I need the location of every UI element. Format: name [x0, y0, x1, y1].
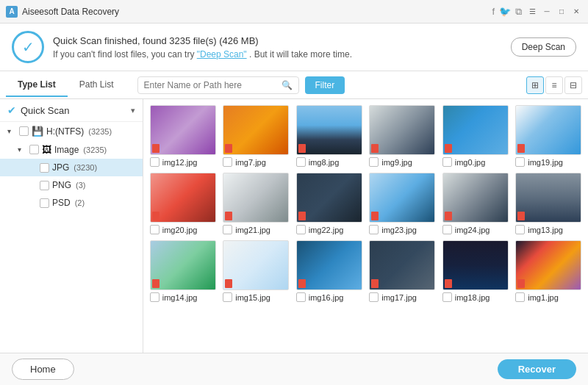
jpg-checkbox[interactable] [40, 163, 49, 173]
file-checkbox[interactable] [515, 292, 525, 302]
file-item[interactable]: img8.jpg [295, 105, 363, 167]
image-label: Image [54, 145, 79, 155]
file-item[interactable]: img12.jpg [149, 105, 217, 167]
file-name: img18.jpg [455, 293, 509, 302]
file-check-row: img19.jpg [515, 157, 581, 167]
psd-label: PSD [52, 198, 71, 208]
file-check-row: img16.jpg [296, 292, 362, 302]
file-checkbox[interactable] [369, 292, 379, 302]
content-area: ✔ Quick Scan ▾ ▾ 💾 H:(NTFS) (3235) ▾ 🖼 I… [0, 99, 588, 353]
close-button[interactable]: ✕ [570, 6, 582, 18]
app-title: Aiseesoft Data Recovery [22, 7, 487, 17]
view-detail-button[interactable]: ⊟ [564, 76, 582, 94]
file-name: img24.jpg [455, 226, 509, 234]
file-item[interactable]: img16.jpg [295, 240, 363, 302]
file-check-row: img8.jpg [296, 157, 362, 167]
png-checkbox[interactable] [40, 181, 49, 190]
tab-type-list[interactable]: Type List [6, 73, 68, 97]
file-thumbnail [296, 173, 362, 223]
file-checkbox[interactable] [150, 225, 159, 234]
file-type-badge [517, 144, 525, 153]
file-item[interactable]: img23.jpg [369, 173, 437, 234]
file-item[interactable]: img19.jpg [515, 105, 583, 167]
file-item[interactable]: img9.jpg [369, 105, 437, 167]
file-name: img19.jpg [528, 158, 581, 167]
file-item[interactable]: img24.jpg [442, 173, 509, 234]
file-check-row: img17.jpg [369, 292, 435, 302]
file-check-row: img22.jpg [296, 225, 362, 234]
filter-button[interactable]: Filter [305, 76, 345, 94]
file-item[interactable]: img18.jpg [442, 240, 509, 302]
file-type-badge [298, 279, 306, 288]
file-item[interactable]: img0.jpg [442, 105, 509, 167]
facebook-icon[interactable]: f [492, 6, 495, 18]
sidebar-item-jpg[interactable]: ▾ JPG (3230) [0, 159, 143, 176]
file-checkbox[interactable] [296, 157, 306, 167]
file-item[interactable]: img21.jpg [223, 173, 290, 234]
file-checkbox[interactable] [369, 157, 379, 167]
sidebar-item-image[interactable]: ▾ 🖼 Image (3235) [0, 140, 143, 159]
file-name: img21.jpg [235, 226, 289, 234]
minimize-button[interactable]: ─ [541, 6, 553, 18]
file-name: img12.jpg [162, 158, 216, 167]
file-checkbox[interactable] [223, 292, 232, 302]
sidebar-item-png[interactable]: ▾ PNG (3) [0, 176, 143, 194]
file-checkbox[interactable] [223, 157, 232, 167]
tab-path-list[interactable]: Path List [68, 73, 126, 97]
menu-icon[interactable]: ☰ [526, 6, 538, 18]
file-thumbnail [223, 173, 289, 223]
file-item[interactable]: img15.jpg [223, 240, 290, 302]
sidebar-item-hntfs[interactable]: ▾ 💾 H:(NTFS) (3235) [0, 122, 143, 140]
view-grid-button[interactable]: ⊞ [526, 76, 544, 94]
file-checkbox[interactable] [442, 157, 452, 167]
file-checkbox[interactable] [515, 157, 525, 167]
file-item[interactable]: img14.jpg [149, 240, 217, 302]
quick-scan-item[interactable]: ✔ Quick Scan ▾ [0, 99, 143, 122]
file-checkbox[interactable] [442, 225, 452, 234]
deep-scan-link[interactable]: "Deep Scan" [197, 49, 247, 60]
file-checkbox[interactable] [442, 292, 452, 302]
sidebar-item-psd[interactable]: ▾ PSD (2) [0, 194, 143, 212]
file-item[interactable]: img7.jpg [223, 105, 290, 167]
deep-scan-button[interactable]: Deep Scan [511, 37, 576, 57]
file-type-badge [445, 144, 452, 153]
recover-button[interactable]: Recover [498, 359, 576, 379]
file-checkbox[interactable] [369, 225, 379, 234]
file-type-badge [298, 212, 306, 220]
bottom-bar: Home Recover [0, 353, 588, 385]
file-thumbnail [223, 105, 289, 155]
header-text: Quick Scan finished, found 3235 file(s) … [53, 35, 352, 60]
file-item[interactable]: img13.jpg [515, 173, 583, 234]
search-input[interactable] [144, 80, 282, 90]
file-item[interactable]: img1.jpg [515, 240, 583, 302]
image-checkbox[interactable] [29, 145, 39, 154]
file-name: img13.jpg [528, 226, 581, 234]
file-checkbox[interactable] [223, 225, 232, 234]
file-item[interactable]: img22.jpg [295, 173, 363, 234]
hint-prefix: If you can't find lost files, you can tr… [53, 49, 197, 60]
file-checkbox[interactable] [515, 225, 525, 234]
file-checkbox[interactable] [296, 225, 306, 234]
file-checkbox[interactable] [150, 157, 159, 167]
file-type-badge [152, 279, 159, 288]
expand-arrow-icon: ▾ [7, 127, 16, 135]
home-button[interactable]: Home [12, 359, 74, 380]
file-checkbox[interactable] [296, 292, 306, 302]
window-controls: ☰ ─ □ ✕ [526, 6, 582, 18]
twitter-icon[interactable]: 🐦 [499, 6, 511, 18]
file-grid: img12.jpg img7.jpg img8.jpg img9.jpg [143, 99, 588, 353]
maximize-button[interactable]: □ [556, 6, 567, 18]
file-check-row: img7.jpg [223, 157, 289, 167]
view-list-button[interactable]: ≡ [545, 76, 563, 94]
file-type-badge [517, 279, 525, 288]
file-item[interactable]: img17.jpg [369, 240, 437, 302]
file-checkbox[interactable] [150, 292, 159, 302]
file-type-badge [371, 279, 379, 288]
chevron-down-icon: ▾ [131, 106, 135, 115]
file-check-row: img12.jpg [150, 157, 216, 167]
share-icon[interactable]: ⧉ [515, 6, 522, 18]
hntfs-checkbox[interactable] [19, 126, 29, 136]
file-item[interactable]: img20.jpg [149, 173, 217, 234]
image-count: (3235) [83, 145, 107, 154]
psd-checkbox[interactable] [40, 198, 49, 208]
